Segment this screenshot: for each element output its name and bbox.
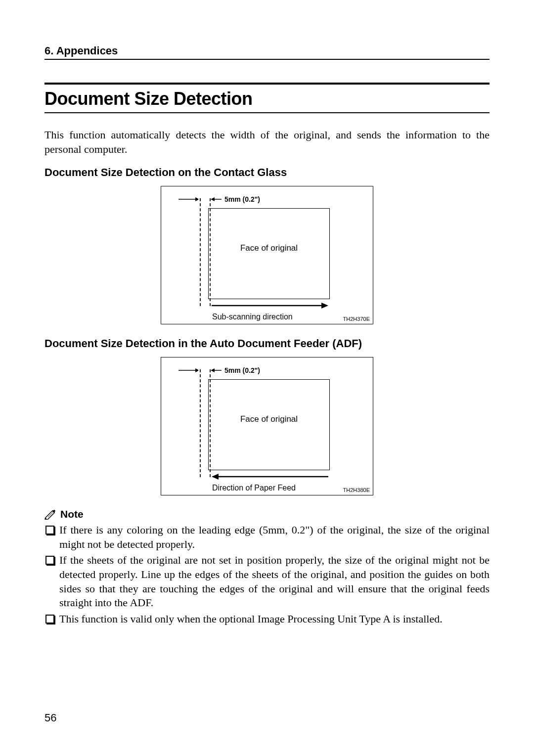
sub-scanning-direction-label: Sub-scanning direction	[212, 312, 293, 321]
arrow-left-small-icon	[211, 196, 222, 202]
subheading-adf: Document Size Detection in the Auto Docu…	[44, 337, 490, 350]
svg-marker-7	[195, 368, 198, 372]
figure-code: TH2H380E	[343, 487, 370, 493]
page-number: 56	[44, 712, 56, 724]
note-label: Note	[60, 508, 84, 520]
face-of-original-label: Face of original	[209, 414, 329, 424]
original-face-box: Face of original	[208, 379, 330, 470]
pencil-icon	[44, 509, 57, 520]
dashed-line-icon	[200, 369, 201, 477]
list-item: If the sheets of the original are not se…	[59, 553, 490, 610]
section-title: Document Size Detection	[44, 83, 490, 113]
svg-marker-10	[212, 474, 219, 480]
arrow-right-small-icon	[178, 367, 198, 373]
arrow-right-small-icon	[178, 196, 198, 202]
chapter-heading: 6. Appendices	[44, 44, 490, 60]
dashed-line-icon	[200, 198, 201, 306]
figure-adf: 5mm (0.2") Face of original Direction of…	[44, 357, 490, 495]
subheading-contact-glass: Document Size Detection on the Contact G…	[44, 166, 490, 179]
intro-paragraph: This function automatically detects the …	[44, 128, 490, 156]
margin-label: 5mm (0.2")	[224, 195, 260, 203]
arrow-right-large-icon	[212, 302, 328, 309]
note-heading: Note	[44, 508, 490, 520]
list-item: This function is valid only when the opt…	[59, 612, 490, 626]
page: 6. Appendices Document Size Detection Th…	[0, 0, 534, 756]
figure-code: TH2H370E	[343, 316, 370, 322]
margin-label: 5mm (0.2")	[224, 366, 260, 374]
arrow-left-small-icon	[211, 367, 222, 373]
arrow-left-large-icon	[212, 473, 328, 480]
paper-feed-direction-label: Direction of Paper Feed	[212, 484, 296, 492]
svg-marker-2	[211, 197, 215, 201]
svg-marker-1	[195, 197, 198, 201]
svg-marker-5	[321, 303, 328, 309]
svg-marker-8	[211, 368, 215, 372]
notes-list: If there is any coloring on the leading …	[44, 523, 490, 626]
list-item: If there is any coloring on the leading …	[59, 523, 490, 551]
face-of-original-label: Face of original	[209, 243, 329, 253]
figure-contact-glass: 5mm (0.2") Face of original Sub-scanning…	[44, 186, 490, 324]
original-face-box: Face of original	[208, 208, 330, 299]
